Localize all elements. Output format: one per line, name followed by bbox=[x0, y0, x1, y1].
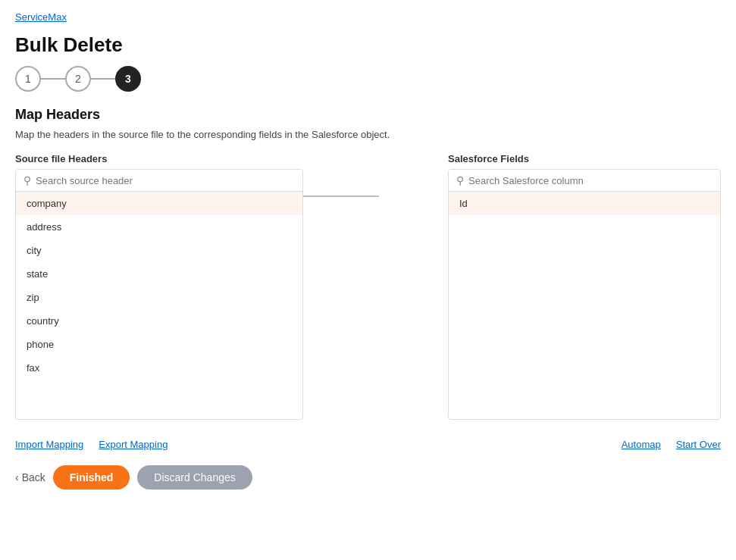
sf-panel-label: Salesforce Fields bbox=[448, 153, 544, 169]
bottom-left-links: Import Mapping Export Mapping bbox=[15, 439, 168, 450]
page-title: Bulk Delete bbox=[0, 27, 736, 66]
source-search-icon: ⚲ bbox=[23, 174, 31, 186]
breadcrumb-bar: ServiceMax bbox=[0, 0, 736, 27]
source-item-company[interactable]: company bbox=[16, 192, 302, 215]
breadcrumb-link[interactable]: ServiceMax bbox=[15, 11, 67, 23]
discard-changes-button[interactable]: Discard Changes bbox=[137, 465, 252, 490]
mapping-panels: ⚲ company address city state zip country… bbox=[0, 169, 736, 427]
source-search-box[interactable]: ⚲ bbox=[16, 170, 302, 192]
bottom-bar: Import Mapping Export Mapping Automap St… bbox=[0, 431, 736, 458]
connector-area bbox=[303, 169, 448, 427]
start-over-link[interactable]: Start Over bbox=[676, 439, 721, 450]
steps-indicator: 1 2 3 bbox=[0, 66, 736, 107]
sf-list: Id bbox=[449, 192, 720, 419]
step-line-2 bbox=[91, 78, 115, 80]
section-heading: Map Headers bbox=[0, 107, 736, 129]
source-panel-label: Source file Headers bbox=[15, 153, 122, 169]
sf-item-id[interactable]: Id bbox=[449, 192, 720, 215]
back-chevron-icon: ‹ bbox=[15, 471, 19, 483]
sf-search-input[interactable] bbox=[468, 175, 713, 186]
source-search-input[interactable] bbox=[36, 175, 295, 186]
back-label: Back bbox=[22, 471, 45, 483]
finished-button[interactable]: Finished bbox=[53, 465, 130, 490]
source-item-city[interactable]: city bbox=[16, 239, 302, 262]
source-item-fax[interactable]: fax bbox=[16, 356, 302, 380]
sf-search-icon: ⚲ bbox=[456, 174, 464, 186]
step-2[interactable]: 2 bbox=[65, 66, 91, 92]
back-button[interactable]: ‹ Back bbox=[15, 471, 45, 483]
sf-search-box[interactable]: ⚲ bbox=[449, 170, 720, 192]
automap-link[interactable]: Automap bbox=[622, 439, 661, 450]
sf-panel: ⚲ Id bbox=[448, 169, 721, 420]
step-1[interactable]: 1 bbox=[15, 66, 41, 92]
source-item-country[interactable]: country bbox=[16, 309, 302, 333]
step-3[interactable]: 3 bbox=[115, 66, 141, 92]
section-description: Map the headers in the source file to th… bbox=[0, 129, 736, 152]
bottom-right-links: Automap Start Over bbox=[622, 439, 721, 450]
source-item-state[interactable]: state bbox=[16, 262, 302, 286]
source-panel: ⚲ company address city state zip country… bbox=[15, 169, 303, 420]
source-item-phone[interactable]: phone bbox=[16, 333, 302, 356]
source-list: company address city state zip country p… bbox=[16, 192, 302, 419]
export-mapping-link[interactable]: Export Mapping bbox=[99, 439, 168, 450]
import-mapping-link[interactable]: Import Mapping bbox=[15, 439, 83, 450]
source-item-address[interactable]: address bbox=[16, 215, 302, 239]
step-line-1 bbox=[41, 78, 65, 80]
mapping-line-svg bbox=[303, 169, 448, 427]
source-item-zip[interactable]: zip bbox=[16, 286, 302, 309]
footer-actions: ‹ Back Finished Discard Changes bbox=[0, 458, 736, 505]
